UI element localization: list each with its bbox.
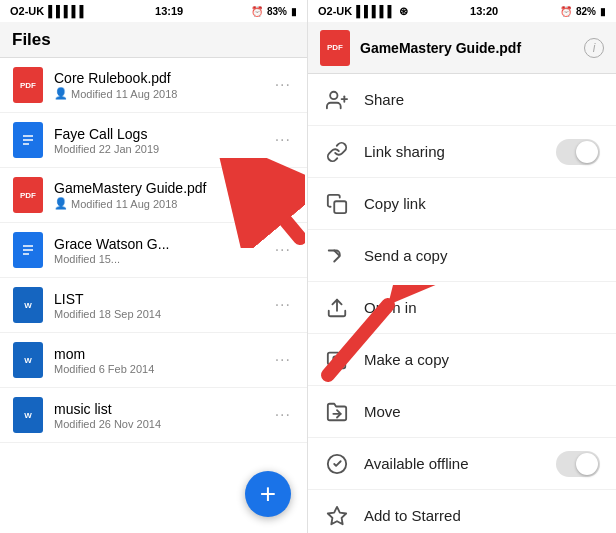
list-item[interactable]: Grace Watson G... Modified 15... ··· bbox=[0, 223, 307, 278]
move-menu-item[interactable]: Move bbox=[308, 386, 616, 438]
link-sharing-menu-item[interactable]: Link sharing bbox=[308, 126, 616, 178]
open-in-menu-item[interactable]: Open in bbox=[308, 282, 616, 334]
add-starred-menu-item[interactable]: Add to Starred bbox=[308, 490, 616, 533]
share-icon bbox=[324, 89, 350, 111]
right-battery-icon: ▮ bbox=[600, 6, 606, 17]
file-meta: 👤 Modified 11 Aug 2018 bbox=[54, 87, 271, 100]
file-icon-docs bbox=[12, 231, 44, 269]
file-icon-pdf: PDF bbox=[12, 66, 44, 104]
copy-link-menu-item[interactable]: Copy link bbox=[308, 178, 616, 230]
file-info: Faye Call Logs Modified 22 Jan 2019 bbox=[54, 126, 271, 155]
file-modified: Modified 11 Aug 2018 bbox=[71, 198, 177, 210]
list-item[interactable]: W music list Modified 26 Nov 2014 ··· bbox=[0, 388, 307, 443]
send-copy-label: Send a copy bbox=[364, 247, 600, 264]
list-item[interactable]: PDF GameMastery Guide.pdf 👤 Modified 11 … bbox=[0, 168, 307, 223]
send-icon bbox=[324, 245, 350, 267]
link-icon bbox=[324, 141, 350, 163]
action-menu: Share Link sharing Copy l bbox=[308, 74, 616, 533]
signal-icon: ▌▌▌▌▌ bbox=[48, 5, 87, 17]
right-header-pdf-icon: PDF bbox=[320, 30, 350, 66]
file-modified: Modified 22 Jan 2019 bbox=[54, 143, 159, 155]
list-item[interactable]: W LIST Modified 18 Sep 2014 ··· bbox=[0, 278, 307, 333]
file-info: mom Modified 6 Feb 2014 bbox=[54, 346, 271, 375]
left-status-carrier: O2-UK ▌▌▌▌▌ bbox=[10, 5, 87, 17]
right-panel: O2-UK ▌▌▌▌▌ ⊛ 13:20 ⏰ 82% ▮ PDF GameMast… bbox=[308, 0, 616, 533]
more-button[interactable]: ··· bbox=[271, 237, 295, 263]
add-fab-button[interactable]: + bbox=[245, 471, 291, 517]
file-meta: Modified 26 Nov 2014 bbox=[54, 418, 271, 430]
file-icon-word: W bbox=[12, 341, 44, 379]
battery-text: 83% bbox=[267, 6, 287, 17]
info-button[interactable]: i bbox=[584, 38, 604, 58]
move-icon bbox=[324, 401, 350, 423]
svg-marker-19 bbox=[328, 506, 346, 523]
file-icon-word: W bbox=[12, 396, 44, 434]
more-button[interactable]: ··· bbox=[271, 402, 295, 428]
file-name: music list bbox=[54, 401, 271, 417]
file-list: PDF Core Rulebook.pdf 👤 Modified 11 Aug … bbox=[0, 58, 307, 533]
file-meta: Modified 22 Jan 2019 bbox=[54, 143, 271, 155]
right-time: 13:20 bbox=[470, 5, 498, 17]
add-starred-label: Add to Starred bbox=[364, 507, 600, 524]
file-icon-pdf: PDF bbox=[12, 176, 44, 214]
battery-icon: ▮ bbox=[291, 6, 297, 17]
link-sharing-toggle[interactable] bbox=[556, 139, 600, 165]
left-top-bar: Files bbox=[0, 22, 307, 58]
available-offline-icon bbox=[324, 453, 350, 475]
move-label: Move bbox=[364, 403, 600, 420]
file-meta: Modified 18 Sep 2014 bbox=[54, 308, 271, 320]
right-status-bar: O2-UK ▌▌▌▌▌ ⊛ 13:20 ⏰ 82% ▮ bbox=[308, 0, 616, 22]
right-wifi-icon: ⊛ bbox=[399, 5, 408, 18]
file-info: GameMastery Guide.pdf 👤 Modified 11 Aug … bbox=[54, 180, 263, 210]
open-in-icon bbox=[324, 297, 350, 319]
left-time: 13:19 bbox=[155, 5, 183, 17]
more-button[interactable]: ··· bbox=[271, 127, 295, 153]
right-signal-icon: ▌▌▌▌▌ bbox=[356, 5, 395, 17]
file-meta: 👤 Modified 11 Aug 2018 bbox=[54, 197, 263, 210]
file-info: LIST Modified 18 Sep 2014 bbox=[54, 291, 271, 320]
file-meta: Modified 6 Feb 2014 bbox=[54, 363, 271, 375]
file-info: Grace Watson G... Modified 15... bbox=[54, 236, 271, 265]
file-modified: Modified 11 Aug 2018 bbox=[71, 88, 177, 100]
available-offline-toggle[interactable] bbox=[556, 451, 600, 477]
available-offline-menu-item[interactable]: Available offline bbox=[308, 438, 616, 490]
file-name: Core Rulebook.pdf bbox=[54, 70, 271, 86]
available-offline-label: Available offline bbox=[364, 455, 542, 472]
copy-link-label: Copy link bbox=[364, 195, 600, 212]
alarm-icon: ⏰ bbox=[251, 6, 263, 17]
shared-icon: 👤 bbox=[54, 197, 68, 210]
right-status-right: ⏰ 82% ▮ bbox=[560, 6, 606, 17]
list-item[interactable]: PDF Core Rulebook.pdf 👤 Modified 11 Aug … bbox=[0, 58, 307, 113]
file-modified: Modified 15... bbox=[54, 253, 120, 265]
file-modified: Modified 6 Feb 2014 bbox=[54, 363, 154, 375]
open-in-label: Open in bbox=[364, 299, 600, 316]
right-battery-text: 82% bbox=[576, 6, 596, 17]
left-panel: O2-UK ▌▌▌▌▌ 13:19 ⏰ 83% ▮ Files PDF Core… bbox=[0, 0, 308, 533]
right-header-title: GameMastery Guide.pdf bbox=[360, 40, 574, 56]
file-icon-docs bbox=[12, 121, 44, 159]
right-alarm-icon: ⏰ bbox=[560, 6, 572, 17]
file-name: mom bbox=[54, 346, 271, 362]
star-icon bbox=[324, 505, 350, 527]
svg-rect-13 bbox=[334, 201, 346, 213]
file-info: Core Rulebook.pdf 👤 Modified 11 Aug 2018 bbox=[54, 70, 271, 100]
more-button[interactable]: ··· bbox=[271, 72, 295, 98]
share-menu-item[interactable]: Share bbox=[308, 74, 616, 126]
file-icon-word: W bbox=[12, 286, 44, 324]
list-item[interactable]: W mom Modified 6 Feb 2014 ··· bbox=[0, 333, 307, 388]
svg-point-10 bbox=[330, 91, 337, 98]
make-copy-menu-item[interactable]: Make a copy bbox=[308, 334, 616, 386]
file-modified: Modified 26 Nov 2014 bbox=[54, 418, 161, 430]
shared-icon: 👤 bbox=[54, 87, 68, 100]
toggle-knob bbox=[576, 453, 598, 475]
more-button-highlighted[interactable]: ··· bbox=[263, 179, 295, 211]
link-sharing-label: Link sharing bbox=[364, 143, 542, 160]
copy-icon bbox=[324, 193, 350, 215]
more-button[interactable]: ··· bbox=[271, 347, 295, 373]
more-button[interactable]: ··· bbox=[271, 292, 295, 318]
left-status-bar: O2-UK ▌▌▌▌▌ 13:19 ⏰ 83% ▮ bbox=[0, 0, 307, 22]
send-copy-menu-item[interactable]: Send a copy bbox=[308, 230, 616, 282]
file-meta: Modified 15... bbox=[54, 253, 271, 265]
right-header: PDF GameMastery Guide.pdf i bbox=[308, 22, 616, 74]
list-item[interactable]: Faye Call Logs Modified 22 Jan 2019 ··· bbox=[0, 113, 307, 168]
